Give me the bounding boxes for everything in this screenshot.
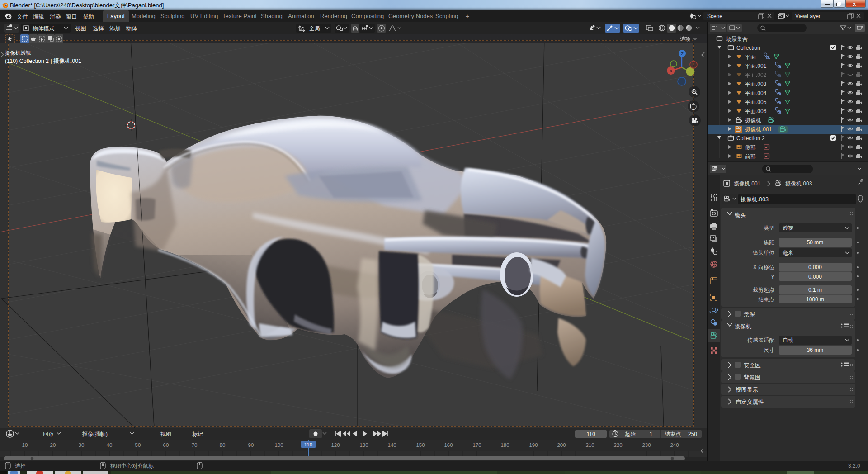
svg-text:Z: Z [681,51,684,56]
svg-text:结束点: 结束点 [758,296,774,303]
svg-text:毫米: 毫米 [783,250,793,256]
svg-text:视图中心对齐鼠标: 视图中心对齐鼠标 [110,463,154,469]
svg-text:物体模式: 物体模式 [32,25,54,32]
svg-text:140: 140 [387,442,396,448]
svg-text:前部: 前部 [745,153,756,160]
svg-text:透视: 透视 [783,225,793,231]
svg-text:0.000: 0.000 [808,264,822,270]
svg-text:视图: 视图 [75,25,86,32]
svg-text:0.1 m: 0.1 m [808,287,822,293]
svg-text:选择: 选择 [93,25,104,32]
svg-text:1: 1 [650,431,653,437]
svg-text:10: 10 [22,442,28,448]
svg-text:传感器适配: 传感器适配 [747,337,774,343]
svg-text:平面.004: 平面.004 [745,90,767,96]
svg-text:X: X [670,68,673,73]
svg-text:尺寸: 尺寸 [764,347,774,353]
svg-text:侧部: 侧部 [745,144,756,151]
svg-text:250: 250 [688,431,697,437]
svg-text:230: 230 [642,442,651,448]
svg-text:60: 60 [163,442,169,448]
svg-text:焦距: 焦距 [763,239,774,246]
svg-text:起始: 起始 [625,431,636,437]
svg-text:Scene: Scene [707,13,722,19]
svg-text:摄像机.001: 摄像机.001 [745,126,772,133]
svg-text:选择: 选择 [15,463,26,469]
svg-text:平面.002: 平面.002 [745,72,767,78]
svg-text:摄像机.003: 摄像机.003 [785,180,812,187]
svg-text:抠像(插帧): 抠像(插帧) [82,431,108,437]
svg-text:40: 40 [107,442,113,448]
svg-text:平面.003: 平面.003 [745,81,767,87]
svg-text:200: 200 [557,442,566,448]
svg-text:安全区: 安全区 [744,362,761,369]
svg-text:190: 190 [529,442,538,448]
svg-text:裁剪起点: 裁剪起点 [753,287,774,293]
svg-text:标记: 标记 [192,431,203,437]
svg-text:背景图: 背景图 [744,374,761,381]
svg-text:物体: 物体 [126,25,138,32]
svg-text:平面.001: 平面.001 [745,63,767,69]
svg-text:210: 210 [585,442,594,448]
svg-text:90: 90 [248,442,254,448]
svg-text:20: 20 [50,442,56,448]
svg-text:Y: Y [771,274,774,280]
svg-text:50: 50 [135,442,141,448]
svg-text:景深: 景深 [744,311,755,318]
svg-text:类型: 类型 [764,225,774,231]
svg-text:全局: 全局 [309,25,320,32]
svg-text:100: 100 [274,442,283,448]
svg-text:场景集合: 场景集合 [726,36,748,42]
svg-text:Collection: Collection [736,45,760,51]
svg-text:50 mm: 50 mm [807,239,824,246]
svg-text:视图: 视图 [160,431,171,437]
svg-text:150: 150 [416,442,425,448]
svg-text:160: 160 [444,442,453,448]
svg-text:自动: 自动 [783,337,793,343]
svg-text:3.2.0: 3.2.0 [848,463,860,469]
svg-text:添加: 添加 [109,25,121,32]
svg-text:镜头单位: 镜头单位 [752,250,774,256]
svg-text:ViewLayer: ViewLayer [795,13,821,19]
svg-text:130: 130 [359,442,368,448]
svg-text:80: 80 [220,442,226,448]
svg-text:70: 70 [192,442,198,448]
svg-text:180: 180 [500,442,509,448]
svg-text:自定义属性: 自定义属性 [736,399,764,405]
svg-text:结束点: 结束点 [665,431,681,437]
svg-text:摄像机: 摄像机 [745,117,761,123]
svg-text:摄像机: 摄像机 [734,323,752,330]
svg-text:110: 110 [304,442,312,447]
svg-text:平面: 平面 [745,54,756,60]
svg-text:0.000: 0.000 [808,274,822,280]
svg-text:36 mm: 36 mm [807,347,824,353]
svg-text:120: 120 [331,442,340,448]
svg-text:平面.006: 平面.006 [745,108,767,114]
svg-text:Collection 2: Collection 2 [736,135,765,142]
svg-text:240: 240 [670,442,679,448]
svg-text:1000 m: 1000 m [806,296,824,303]
svg-text:110: 110 [586,431,595,437]
svg-text:摄像机.003: 摄像机.003 [740,196,769,203]
svg-text:X 向移位: X 向移位 [753,264,774,270]
svg-text:220: 220 [613,442,622,448]
svg-text:170: 170 [472,442,481,448]
svg-text:30: 30 [79,442,85,448]
svg-text:选项: 选项 [680,36,691,42]
svg-text:平面.005: 平面.005 [745,99,767,105]
svg-text:视图显示: 视图显示 [736,387,759,393]
svg-text:摄像机.001: 摄像机.001 [733,180,761,187]
svg-text:回放: 回放 [43,431,54,437]
svg-text:镜头: 镜头 [734,212,746,218]
